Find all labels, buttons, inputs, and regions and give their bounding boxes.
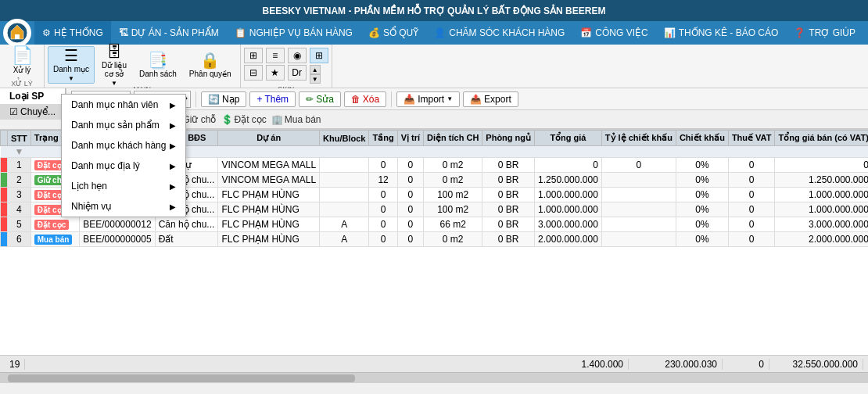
skin-btn-3[interactable]: ≡ — [266, 48, 285, 63]
danh-muc-arrow: ▼ — [68, 75, 74, 82]
cell-stt: 4 — [8, 202, 31, 217]
col-tong-gia[interactable]: Tổng giá — [535, 131, 602, 146]
col-du-an[interactable]: Dự án — [218, 131, 320, 146]
skin-btn-2[interactable]: ⊟ — [244, 65, 263, 81]
cell-ma-sp: BEE/000000012 — [80, 217, 155, 232]
tab-loai-sp[interactable]: Loại SP — [0, 88, 66, 104]
cell-du-an: VINCOM MEGA MALL — [218, 158, 320, 173]
phan-quyen-label: Phân quyền — [189, 70, 231, 78]
cell-tong-gia-vat: 0 — [775, 158, 868, 173]
cell-khu-block — [320, 188, 369, 202]
cell-khu-block — [320, 158, 369, 173]
col-vi-tri[interactable]: Vị trí — [397, 131, 423, 146]
xoa-icon: 🗑 — [351, 94, 360, 105]
table-row[interactable]: 5 Đặt cọc BEE/000000012 Căn hộ chu... FL… — [1, 217, 869, 232]
nav-so-quy[interactable]: 💰 SỔ QUỸ — [360, 21, 426, 45]
mua-ban-icon: 🏢 — [271, 114, 283, 125]
xu-ly-button[interactable]: 📄 Xử lý — [5, 45, 39, 77]
import-icon: 📥 — [404, 94, 415, 105]
footer-total1-value: 1.400.000 — [582, 359, 623, 370]
tab-chuyen[interactable]: ☑ Chuyể... — [0, 104, 66, 120]
cell-thue-vat: 0 — [728, 232, 775, 247]
nav-label-tro-giup: TRỢ GIÚP — [809, 27, 855, 38]
sua-button[interactable]: ✏ Sửa — [299, 91, 341, 107]
table-row[interactable]: 6 Mua bán BEE/000000005 Đất FLC PHẠM HÙN… — [1, 232, 869, 247]
xu-ly-label: Xử lý — [13, 66, 31, 74]
skin-btn-6[interactable]: Dr — [288, 65, 307, 81]
cell-khu-block — [320, 173, 369, 188]
scrollbar-thumb[interactable] — [8, 374, 355, 382]
col-stt[interactable]: STT — [8, 131, 31, 146]
skin-btn-5[interactable]: ◉ — [288, 48, 307, 63]
cell-loai-bds: Căn hộ chu... — [155, 217, 218, 232]
nap-button[interactable]: 🔄 Nạp — [201, 91, 246, 107]
danh-sach-button[interactable]: 📑 Danh sách — [134, 46, 182, 84]
skin-btn-4[interactable]: ★ — [266, 65, 285, 81]
cell-phong-ngu: 0 BR — [482, 202, 535, 217]
nav-thong-ke[interactable]: 📊 THỐNG KÊ - BÁO CÁO — [656, 21, 787, 45]
phan-quyen-icon: 🔒 — [200, 52, 220, 68]
cell-tong-gia: 3.000.000.000 — [535, 217, 602, 232]
col-thue-vat[interactable]: Thuế VAT — [728, 131, 775, 146]
nav-du-an[interactable]: 🏗 DỰ ÁN - SẢN PHẨM — [111, 21, 227, 45]
col-khu-block[interactable]: Khu/Block — [320, 131, 369, 146]
import-button[interactable]: 📥 Import ▼ — [396, 91, 460, 107]
col-tang[interactable]: Tầng — [369, 131, 397, 146]
dat-coc-action[interactable]: 💲 Đặt cọc — [221, 114, 267, 125]
menu-lich-hen-label: Lịch hẹn — [71, 181, 107, 192]
footer-total4: 32.550.000.000 — [769, 359, 863, 370]
phan-quyen-button[interactable]: 🔒 Phân quyền — [184, 46, 237, 84]
danh-muc-button[interactable]: ☰ Danh mục ▼ — [48, 46, 95, 84]
skin-icon-col1: ⊞ ⊟ — [244, 48, 263, 84]
cell-dien-tich: 0 m2 — [424, 158, 482, 173]
nav-nghiep-vu[interactable]: 📋 NGHIỆP VỤ BÁN HÀNG — [227, 21, 360, 45]
col-phong-ngu[interactable]: Phòng ngủ — [482, 131, 535, 146]
nav-he-thong[interactable]: ⚙ HỆ THỐNG — [34, 21, 111, 45]
col-chiet-khau[interactable]: Chiết khấu — [676, 131, 728, 146]
menu-nhiem-vu[interactable]: Nhiệm vụ ▶ — [62, 196, 185, 217]
cell-stt: 2 — [8, 173, 31, 188]
scroll-up-arrow[interactable]: ▲ — [310, 65, 321, 74]
export-button[interactable]: 📤 Export — [463, 91, 518, 107]
header-title: BEESKY VIETNAM - PHẦN MỀM HỖ TRỢ QUẢN LÝ… — [263, 5, 606, 16]
nav-tro-giup[interactable]: ❓ TRỢ GIÚP — [786, 21, 863, 45]
footer-total1: 1.400.000 — [535, 359, 629, 370]
footer-count: 19 — [5, 359, 25, 370]
horizontal-scrollbar[interactable] — [0, 372, 868, 383]
cell-ty-le — [601, 188, 676, 202]
skin-btn-1[interactable]: ⊞ — [244, 48, 263, 63]
cell-vi-tri: 0 — [397, 158, 423, 173]
nav-cham-soc[interactable]: 👤 CHĂM SÓC KHÁCH HÀNG — [426, 21, 572, 45]
skin-btn-7[interactable]: ⊞ — [310, 48, 328, 63]
cell-tang: 0 — [369, 158, 397, 173]
menu-nhan-vien[interactable]: Danh mục nhân viên ▶ — [62, 95, 185, 115]
them-button[interactable]: + Thêm — [249, 91, 296, 107]
cell-tang: 0 — [369, 188, 397, 202]
dat-coc-icon: 💲 — [221, 114, 233, 125]
scroll-down-arrow[interactable]: ▼ — [310, 74, 321, 84]
nav-cong-viec[interactable]: 📅 CÔNG VIỆC — [572, 21, 655, 45]
sua-icon: ✏ — [306, 94, 314, 105]
cell-chiet-khau: 0% — [676, 188, 728, 202]
nav-label-cham-soc: CHĂM SÓC KHÁCH HÀNG — [449, 27, 565, 38]
menu-san-pham[interactable]: Danh mục sản phẩm ▶ — [62, 115, 185, 135]
menu-khach-hang[interactable]: Danh mục khách hàng ▶ — [62, 135, 185, 156]
du-lieu-button[interactable]: 🗄 Dữ liệucơ sở ▼ — [96, 46, 132, 84]
cell-tang: 12 — [369, 173, 397, 188]
col-dien-tich[interactable]: Diện tích CH — [424, 131, 482, 146]
mua-ban-action[interactable]: 🏢 Mua bán — [271, 114, 321, 125]
cell-dien-tich: 0 m2 — [424, 173, 482, 188]
nav-label-cong-viec: CÔNG VIỆC — [595, 27, 647, 38]
row-indicator — [1, 232, 8, 247]
xoa-button[interactable]: 🗑 Xóa — [344, 91, 386, 107]
dat-coc-label: Đặt cọc — [235, 114, 267, 125]
menu-lich-hen[interactable]: Lịch hẹn ▶ — [62, 176, 185, 196]
cell-thue-vat: 0 — [728, 188, 775, 202]
menu-dia-ly[interactable]: Danh mục địa lý ▶ — [62, 156, 185, 176]
row-indicator — [1, 158, 8, 173]
col-ty-le[interactable]: Tỷ lệ chiết khấu — [601, 131, 676, 146]
action-row: Drag a colu... 🏷 bán ⏱ Giữ chỗ 💲 Đặt cọc… — [66, 110, 868, 129]
cell-ty-le: 0 — [601, 158, 676, 173]
cell-vi-tri: 0 — [397, 202, 423, 217]
col-tong-gia-vat[interactable]: Tổng giá bán (có VAT) — [775, 131, 868, 146]
